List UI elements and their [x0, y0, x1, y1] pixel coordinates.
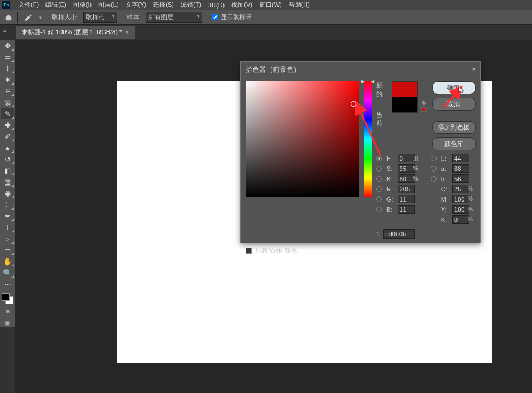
- pen-tool[interactable]: ✒: [1, 210, 14, 221]
- dialog-titlebar[interactable]: 拾色器（前景色） ×: [241, 62, 480, 77]
- hue-slider-thumb[interactable]: [361, 79, 374, 84]
- web-only-label: 只有 Web 颜色: [255, 246, 297, 255]
- menu-bar: Ps 文件(F) 编辑(E) 图像(I) 图层(L) 文字(Y) 选择(S) 滤…: [0, 0, 532, 10]
- menu-view[interactable]: 视图(V): [228, 1, 256, 9]
- color-swatches[interactable]: [2, 293, 13, 304]
- close-icon[interactable]: ×: [472, 65, 476, 73]
- saturation-value-field[interactable]: [246, 81, 359, 197]
- sample-dropdown[interactable]: 所有图层: [146, 12, 202, 23]
- pct-k: %: [468, 216, 476, 223]
- hue-radio[interactable]: [376, 156, 382, 161]
- stamp-tool[interactable]: ▲: [1, 142, 14, 153]
- hue-slider[interactable]: [364, 81, 372, 197]
- g-radio[interactable]: [376, 196, 382, 202]
- bri-radio[interactable]: [376, 176, 382, 182]
- b2-radio[interactable]: [376, 207, 382, 212]
- menu-edit[interactable]: 编辑(E): [42, 1, 70, 9]
- b2-label: B:: [386, 206, 396, 213]
- h-input[interactable]: [398, 154, 415, 162]
- color-libraries-button[interactable]: 颜色库: [432, 137, 476, 150]
- menu-window[interactable]: 窗口(W): [256, 1, 285, 9]
- y-label: Y:: [441, 206, 451, 213]
- k-label: K:: [441, 216, 451, 223]
- show-ring-input[interactable]: [212, 14, 218, 20]
- menu-help[interactable]: 帮助(H): [285, 1, 313, 9]
- y-input[interactable]: [452, 205, 469, 214]
- quick-select-tool[interactable]: ✶: [1, 74, 14, 85]
- chevron-down-icon[interactable]: ▾: [39, 15, 42, 20]
- sv-cursor[interactable]: [351, 101, 356, 107]
- l-label: L:: [441, 155, 451, 162]
- color-value-grid: H:度 L: S:% a: B:% b: R: C:% G: M:% B: Y:…: [376, 154, 476, 224]
- brush-tool[interactable]: ✐: [1, 131, 14, 142]
- heal-tool[interactable]: ✚: [1, 119, 14, 131]
- quick-mask-icon[interactable]: ◙: [2, 307, 13, 316]
- show-sampling-ring-checkbox[interactable]: 显示取样环: [212, 13, 252, 22]
- add-to-swatches-button[interactable]: 添加到色板: [432, 121, 476, 134]
- gamut-swatch[interactable]: [421, 107, 426, 112]
- s-input[interactable]: [398, 164, 415, 173]
- lasso-tool[interactable]: ⌇: [1, 62, 14, 74]
- foreground-swatch[interactable]: [2, 293, 10, 301]
- k-input[interactable]: [452, 215, 469, 224]
- type-tool[interactable]: T: [1, 221, 14, 233]
- hand-tool[interactable]: ✋: [1, 256, 14, 267]
- web-only-checkbox[interactable]: 只有 Web 颜色: [246, 246, 480, 255]
- sample-label: 样本:: [127, 13, 141, 22]
- sample-size-label: 取样大小:: [52, 13, 78, 22]
- menu-type[interactable]: 文字(Y): [122, 1, 150, 9]
- current-color-label: 当前: [376, 111, 388, 128]
- a-label: a:: [441, 165, 451, 172]
- marquee-tool[interactable]: ▭: [1, 51, 14, 62]
- r-radio[interactable]: [376, 186, 382, 192]
- history-brush-tool[interactable]: ↺: [1, 153, 14, 165]
- menu-file[interactable]: 文件(F): [15, 1, 42, 9]
- labb-radio[interactable]: [431, 176, 437, 182]
- cancel-button[interactable]: 取消: [432, 98, 476, 111]
- current-color-swatch: [392, 97, 417, 112]
- hex-input[interactable]: [383, 229, 415, 239]
- menu-filter[interactable]: 滤镜(T): [177, 1, 205, 9]
- move-tool[interactable]: ✥: [1, 40, 14, 51]
- dodge-tool[interactable]: ☾: [1, 199, 14, 210]
- m-input[interactable]: [452, 195, 469, 203]
- eyedropper-tool[interactable]: ✎: [1, 108, 14, 119]
- gradient-tool[interactable]: ▦: [1, 176, 14, 187]
- menu-select[interactable]: 选择(S): [149, 1, 177, 9]
- zoom-tool[interactable]: 🔍: [1, 267, 14, 278]
- a-radio[interactable]: [431, 166, 437, 172]
- sat-radio[interactable]: [376, 166, 382, 172]
- sample-size-dropdown[interactable]: 取样点: [83, 12, 117, 23]
- menu-3d[interactable]: 3D(D): [205, 2, 228, 9]
- eyedropper-icon[interactable]: [24, 14, 32, 22]
- more-tools[interactable]: ⋯: [1, 278, 14, 290]
- g-input[interactable]: [398, 195, 415, 203]
- expand-panel-icon[interactable]: »: [3, 27, 7, 34]
- l-radio[interactable]: [431, 156, 437, 161]
- eraser-tool[interactable]: ◧: [1, 165, 14, 176]
- blur-tool[interactable]: ◉: [1, 187, 14, 199]
- document-tab[interactable]: 未标题-1 @ 100% (图层 1, RGB/8) * ×: [16, 26, 135, 39]
- bri-input[interactable]: [398, 174, 415, 183]
- crop-tool[interactable]: ⌗: [1, 85, 14, 97]
- menu-image[interactable]: 图像(I): [70, 1, 95, 9]
- frame-tool[interactable]: ▨: [1, 97, 14, 108]
- labb-input[interactable]: [452, 174, 469, 183]
- web-only-box[interactable]: [246, 248, 252, 254]
- shape-tool[interactable]: ▭: [1, 244, 14, 256]
- r-input[interactable]: [398, 185, 415, 193]
- ok-button[interactable]: 确定: [432, 81, 476, 94]
- b2-input[interactable]: [398, 205, 415, 214]
- c-input[interactable]: [452, 185, 469, 193]
- dialog-title: 拾色器（前景色）: [246, 65, 300, 74]
- divider: [17, 12, 18, 23]
- path-select-tool[interactable]: ▹: [1, 233, 14, 244]
- close-tab-icon[interactable]: ×: [125, 28, 129, 36]
- menu-layer[interactable]: 图层(L): [95, 1, 122, 9]
- g-label: G:: [386, 196, 396, 203]
- screen-mode-icon[interactable]: ▣: [2, 318, 13, 327]
- l-input[interactable]: [452, 154, 469, 162]
- home-icon[interactable]: [5, 14, 13, 22]
- a-input[interactable]: [452, 164, 469, 173]
- gamut-warning-icon[interactable]: ◈: [421, 98, 426, 106]
